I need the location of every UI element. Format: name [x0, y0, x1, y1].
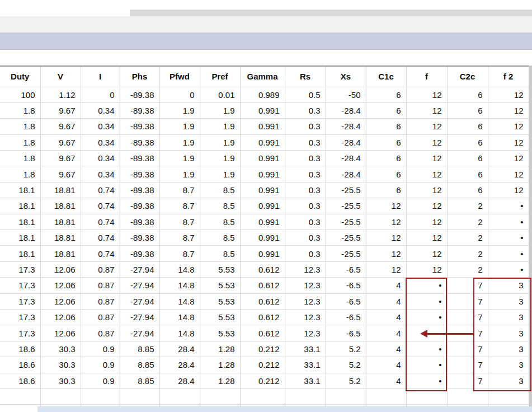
cell[interactable]: 18.6 [0, 357, 40, 373]
cell[interactable]: 12.3 [285, 278, 326, 293]
cell[interactable]: 0.3 [285, 151, 326, 166]
cell[interactable]: -89.38 [120, 214, 159, 230]
cell[interactable]: 3 [488, 341, 529, 357]
cell[interactable] [240, 388, 285, 404]
cell[interactable]: 12 [406, 182, 447, 198]
cell[interactable]: 8.7 [159, 214, 200, 230]
cell[interactable]: 1.8 [0, 102, 40, 118]
cell[interactable]: 0.991 [240, 198, 285, 214]
cell[interactable]: 0.3 [285, 214, 326, 230]
cell[interactable] [159, 388, 200, 404]
cell[interactable]: 0.9 [81, 357, 120, 373]
cell[interactable]: 12.06 [40, 293, 81, 309]
column-header-f-2[interactable]: f 2 [488, 66, 529, 87]
cell[interactable]: 12 [406, 87, 447, 102]
cell[interactable]: 0.212 [240, 357, 285, 373]
cell[interactable]: -28.4 [326, 166, 366, 182]
cell[interactable]: 0.991 [240, 214, 285, 230]
column-header-i[interactable]: I [81, 66, 120, 87]
cell[interactable]: -89.38 [120, 87, 159, 102]
cell[interactable]: • [488, 246, 529, 261]
cell[interactable] [285, 388, 326, 404]
cell[interactable]: 1.12 [40, 87, 81, 102]
cell[interactable]: 0 [159, 87, 200, 102]
cell[interactable]: 18.1 [0, 230, 40, 246]
cell[interactable]: 0.612 [240, 293, 285, 309]
column-header-duty[interactable]: Duty [0, 66, 40, 87]
cell[interactable]: 12 [406, 102, 447, 118]
cell[interactable]: 17.3 [0, 309, 40, 325]
cell[interactable] [120, 388, 159, 404]
cell[interactable]: 0.5 [285, 87, 326, 102]
cell[interactable]: 0.3 [285, 230, 326, 246]
cell[interactable]: 12 [406, 214, 447, 230]
cell[interactable]: 8.7 [159, 230, 200, 246]
cell[interactable]: 0.74 [81, 182, 120, 198]
cell[interactable]: 9.67 [40, 134, 81, 150]
cell[interactable]: -28.4 [326, 151, 366, 166]
cell[interactable]: 0.74 [81, 214, 120, 230]
cell[interactable]: -25.5 [326, 214, 366, 230]
cell[interactable]: 0.612 [240, 325, 285, 341]
cell[interactable]: 18.6 [0, 341, 40, 357]
column-header-gamma[interactable]: Gamma [240, 66, 285, 87]
cell[interactable]: 12 [488, 182, 529, 198]
cell[interactable]: 0.74 [81, 230, 120, 246]
cell[interactable]: -50 [326, 87, 366, 102]
cell[interactable]: 0.9 [81, 373, 120, 388]
cell[interactable]: -25.5 [326, 230, 366, 246]
cell[interactable]: -27.94 [120, 309, 159, 325]
cell[interactable]: 0.991 [240, 134, 285, 150]
cell[interactable]: -27.94 [120, 325, 159, 341]
cell[interactable]: 18.1 [0, 214, 40, 230]
cell[interactable]: 12 [406, 246, 447, 261]
cell[interactable]: -27.94 [120, 293, 159, 309]
cell[interactable]: 17.3 [0, 293, 40, 309]
cell[interactable]: 0 [81, 87, 120, 102]
cell[interactable]: 18.81 [40, 182, 81, 198]
cell[interactable]: 12 [366, 198, 406, 214]
cell[interactable]: -27.94 [120, 261, 159, 277]
cell[interactable]: 12 [366, 230, 406, 246]
cell[interactable]: 17.3 [0, 261, 40, 277]
cell[interactable]: 5.53 [200, 293, 240, 309]
cell[interactable]: 5.53 [200, 309, 240, 325]
cell[interactable]: 1.9 [159, 134, 200, 150]
cell[interactable]: 0.989 [240, 87, 285, 102]
cell[interactable]: 14.8 [159, 325, 200, 341]
cell[interactable]: 12 [366, 214, 406, 230]
cell[interactable]: • [406, 373, 447, 388]
cell[interactable]: -6.5 [326, 325, 366, 341]
cell[interactable]: -89.38 [120, 119, 159, 134]
cell[interactable]: 12.06 [40, 325, 81, 341]
column-header-phs[interactable]: Phs [120, 66, 159, 87]
cell[interactable]: 8.5 [200, 230, 240, 246]
cell[interactable]: -28.4 [326, 134, 366, 150]
cell[interactable]: 17.3 [0, 325, 40, 341]
cell[interactable]: 18.1 [0, 182, 40, 198]
cell[interactable]: 0.991 [240, 166, 285, 182]
cell[interactable]: 0.87 [81, 325, 120, 341]
cell[interactable]: 18.1 [0, 198, 40, 214]
cell[interactable]: 12 [488, 102, 529, 118]
column-header-c2c[interactable]: C2c [447, 66, 488, 87]
cell[interactable]: -27.94 [120, 278, 159, 293]
cell[interactable]: -6.5 [326, 261, 366, 277]
cell[interactable]: 0.34 [81, 102, 120, 118]
cell[interactable]: 9.67 [40, 166, 81, 182]
cell[interactable]: 0.3 [285, 134, 326, 150]
cell[interactable]: 0.991 [240, 246, 285, 261]
cell[interactable]: 12.06 [40, 261, 81, 277]
cell[interactable]: 18.1 [0, 246, 40, 261]
cell[interactable] [488, 388, 529, 404]
cell[interactable]: 5.2 [326, 341, 366, 357]
cell[interactable] [447, 388, 488, 404]
cell[interactable]: 12 [406, 151, 447, 166]
cell[interactable]: • [406, 357, 447, 373]
cell[interactable]: 9.67 [40, 119, 81, 134]
cell[interactable]: 100 [0, 87, 40, 102]
cell[interactable]: 1.8 [0, 151, 40, 166]
cell[interactable]: 12.3 [285, 325, 326, 341]
cell[interactable]: 1.8 [0, 166, 40, 182]
cell[interactable]: 17.3 [0, 278, 40, 293]
